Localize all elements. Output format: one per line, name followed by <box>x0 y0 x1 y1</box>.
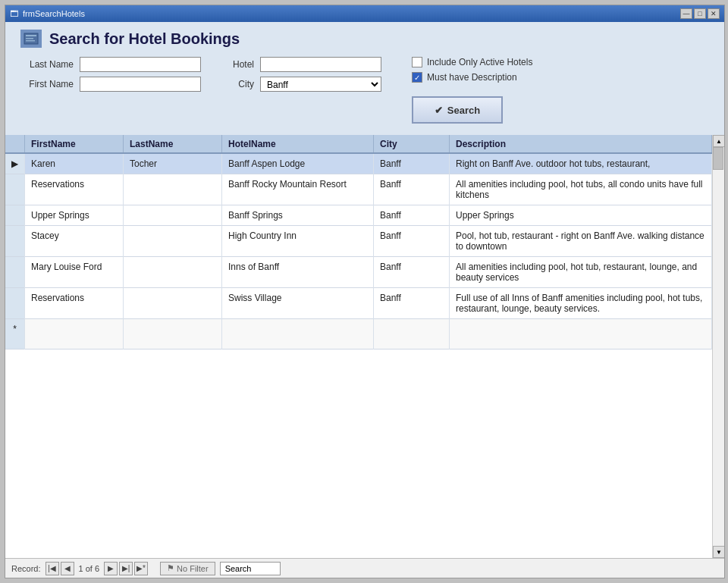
status-bar: Record: |◀ ◀ 1 of 6 ▶ ▶| ▶* ⚑ No Filter <box>5 558 724 578</box>
new-row[interactable]: * <box>5 319 712 349</box>
window-icon: 🗔 <box>10 9 18 18</box>
form-title-icon <box>20 30 42 48</box>
cell-last_name <box>124 174 222 205</box>
active-hotels-checkbox[interactable] <box>412 57 422 67</box>
cell-city: Banff <box>374 174 450 205</box>
row-indicator <box>5 288 25 319</box>
row-indicator <box>5 257 25 288</box>
cell-first_name: Reservations <box>25 174 124 205</box>
nav-next-button[interactable]: ▶ <box>104 562 118 575</box>
cell-description: All amenities including pool, hot tub, r… <box>450 257 712 288</box>
active-hotels-checkbox-row: Include Only Active Hotels <box>412 57 532 67</box>
nav-new-button[interactable]: ▶* <box>134 562 148 575</box>
first-name-input[interactable] <box>80 77 201 92</box>
scroll-down-arrow[interactable]: ▼ <box>713 546 724 558</box>
nav-first-button[interactable]: |◀ <box>46 562 59 575</box>
must-have-description-checkbox-row: ✓ Must have Description <box>412 72 532 83</box>
scroll-up-arrow[interactable]: ▲ <box>713 135 724 147</box>
city-select[interactable]: Banff Calgary Canmore Edmonton <box>260 77 381 92</box>
first-name-label: First Name <box>20 79 74 89</box>
cell-first_name: Mary Louise Ford <box>25 257 124 288</box>
window-title: frmSearchHotels <box>23 9 85 18</box>
cell-hotel_name: High Country Inn <box>222 226 374 257</box>
search-button-label: Search <box>447 105 480 116</box>
new-row-cell <box>222 319 374 349</box>
new-row-cell <box>374 319 450 349</box>
active-hotels-label: Include Only Active Hotels <box>427 57 532 67</box>
table-row[interactable]: StaceyHigh Country InnBanffPool, hot tub… <box>5 226 712 257</box>
table-row[interactable]: Mary Louise FordInns of BanffBanffAll am… <box>5 257 712 288</box>
vertical-scrollbar[interactable]: ▲ ▼ <box>712 135 724 558</box>
filter-icon: ⚑ <box>167 563 174 573</box>
cell-hotel_name: Inns of Banff <box>222 257 374 288</box>
cell-first_name: Stacey <box>25 226 124 257</box>
form-header: Search for Hotel Bookings Last Name Firs… <box>5 22 724 135</box>
new-row-indicator: * <box>5 319 25 349</box>
cell-city: Banff <box>374 205 450 226</box>
table-area[interactable]: FirstName LastName HotelName City Descri <box>5 135 724 558</box>
cell-description: Full use of all Inns of Banff amenities … <box>450 288 712 319</box>
last-name-input[interactable] <box>80 57 201 72</box>
minimize-button[interactable]: — <box>680 8 692 19</box>
no-filter-label: No Filter <box>177 564 209 573</box>
table-row[interactable]: ReservationsBanff Rocky Mountain ResortB… <box>5 174 712 205</box>
hotel-input[interactable] <box>260 57 381 72</box>
new-row-cell <box>450 319 712 349</box>
table-row[interactable]: Upper SpringsBanff SpringsBanffUpper Spr… <box>5 205 712 226</box>
close-button[interactable]: ✕ <box>708 8 720 19</box>
cell-last_name: Tocher <box>124 153 222 174</box>
must-have-description-label: Must have Description <box>427 72 517 83</box>
cell-description: Upper Springs <box>450 205 712 226</box>
must-have-description-checkbox[interactable]: ✓ <box>412 72 422 83</box>
last-name-label: Last Name <box>20 59 74 70</box>
record-count: 1 of 6 <box>79 564 100 573</box>
cell-description: Right on Banff Ave. outdoor hot tubs, re… <box>450 153 712 174</box>
nav-buttons: |◀ ◀ <box>46 562 74 575</box>
row-indicator: ▶ <box>5 153 25 174</box>
cell-description: Pool, hot tub, restaurant - right on Ban… <box>450 226 712 257</box>
nav-last-button[interactable]: ▶| <box>119 562 133 575</box>
row-indicator <box>5 226 25 257</box>
cell-description: All amenities including pool, hot tubs, … <box>450 174 712 205</box>
form-title-area: Search for Hotel Bookings <box>20 30 709 48</box>
cell-city: Banff <box>374 226 450 257</box>
col-city-header: City <box>374 135 450 153</box>
col-indicator-header <box>5 135 25 153</box>
col-hotelname-header: HotelName <box>222 135 374 153</box>
svg-rect-1 <box>26 35 36 36</box>
titlebar: 🗔 frmSearchHotels — □ ✕ <box>5 5 724 22</box>
cell-last_name <box>124 257 222 288</box>
table-row[interactable]: ▶KarenTocherBanff Aspen LodgeBanffRight … <box>5 153 712 174</box>
record-label: Record: <box>11 564 41 573</box>
svg-rect-2 <box>26 38 33 39</box>
city-label: City <box>224 79 254 89</box>
table-row[interactable]: ReservationsSwiss VillageBanffFull use o… <box>5 288 712 319</box>
new-row-cell <box>124 319 222 349</box>
row-indicator <box>5 174 25 205</box>
cell-hotel_name: Banff Rocky Mountain Resort <box>222 174 374 205</box>
cell-last_name <box>124 205 222 226</box>
cell-city: Banff <box>374 288 450 319</box>
filter-area: ⚑ No Filter <box>160 562 215 575</box>
form-fields: Last Name First Name Hotel City <box>20 57 709 124</box>
nav-buttons-right: ▶ ▶| ▶* <box>104 562 148 575</box>
new-row-cell <box>25 319 124 349</box>
data-table: FirstName LastName HotelName City Descri <box>5 135 712 349</box>
scroll-thumb[interactable] <box>713 147 723 170</box>
row-indicator <box>5 205 25 226</box>
cell-last_name <box>124 226 222 257</box>
cell-hotel_name: Banff Springs <box>222 205 374 226</box>
svg-rect-3 <box>26 40 35 42</box>
cell-first_name: Karen <box>25 153 124 174</box>
nav-prev-button[interactable]: ◀ <box>61 562 74 575</box>
cell-last_name <box>124 288 222 319</box>
col-description-header: Description <box>450 135 712 153</box>
maximize-button[interactable]: □ <box>694 8 706 19</box>
status-search-input[interactable] <box>220 562 281 575</box>
no-filter-button[interactable]: ⚑ No Filter <box>160 562 215 575</box>
cell-hotel_name: Swiss Village <box>222 288 374 319</box>
cell-first_name: Reservations <box>25 288 124 319</box>
search-button[interactable]: ✔ Search <box>412 96 503 124</box>
hotel-label: Hotel <box>224 59 254 70</box>
cell-city: Banff <box>374 153 450 174</box>
